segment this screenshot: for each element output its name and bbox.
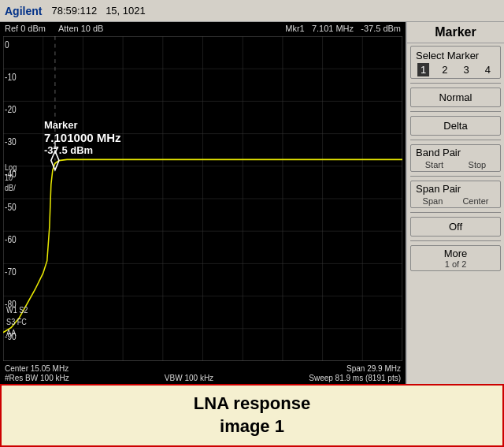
svg-text:-70: -70 [5, 266, 17, 277]
bottom-row2: #Res BW 100 kHz VBW 100 kHz Sweep 81.9 m… [5, 374, 401, 382]
center-label: Center 15.05 MHz [5, 364, 69, 373]
content-area: Ref 0 dBm Atten 10 dB Mkr1 7.101 MHz -37… [0, 22, 504, 384]
display-bottom: Center 15.05 MHz Span 29.9 MHz #Res BW 1… [0, 363, 406, 384]
svg-text:-30: -30 [5, 136, 17, 147]
svg-text:Log: Log [5, 162, 17, 172]
band-pair-label: Band Pair [413, 147, 498, 158]
caption-text: LNA response image 1 [194, 393, 310, 438]
normal-label: Normal [439, 91, 472, 103]
delta-label: Delta [443, 120, 467, 132]
span-label: Span 29.9 MHz [346, 364, 401, 373]
marker-num-4[interactable]: 4 [482, 63, 494, 76]
band-pair-sub: Start Stop [413, 160, 498, 169]
svg-text:0: 0 [5, 39, 9, 50]
res-bw-label: #Res BW 100 kHz [5, 374, 69, 382]
span-pair-button[interactable]: Span Pair Span Center [410, 181, 501, 208]
marker-level-reading: -37.5 dBm [361, 24, 401, 33]
divider-3 [410, 140, 501, 140]
band-pair-button[interactable]: Band Pair Start Stop [410, 144, 501, 172]
sidebar: Marker Select Marker 1 2 3 4 Normal Delt… [406, 22, 504, 384]
display-area: Ref 0 dBm Atten 10 dB Mkr1 7.101 MHz -37… [0, 22, 406, 384]
divider-5 [410, 212, 501, 213]
svg-text:AA: AA [6, 329, 16, 338]
marker-annotation-level: -37.5 dBm [44, 144, 93, 156]
sweep-label: Sweep 81.9 ms (8191 pts) [309, 374, 401, 382]
delta-button[interactable]: Delta [410, 116, 501, 136]
atten-label: Atten 10 dB [58, 24, 104, 33]
bottom-row1: Center 15.05 MHz Span 29.9 MHz [5, 364, 401, 373]
marker-annotation-freq: 7.101000 MHz [44, 131, 121, 144]
off-button[interactable]: Off [410, 217, 501, 237]
more-sub: 1 of 2 [413, 259, 498, 269]
span-pair-center: Center [462, 196, 488, 206]
ref-label: Ref 0 dBm [5, 24, 46, 33]
marker-num-1[interactable]: 1 [417, 63, 429, 76]
instrument-bar: Agilent 78:59:112 15, 1021 [0, 0, 504, 22]
marker-num-2[interactable]: 2 [439, 63, 450, 76]
divider-1 [410, 83, 501, 84]
caption-area: LNA response image 1 [0, 384, 504, 447]
marker-reading: Mkr1 7.101 MHz -37.5 dBm [285, 24, 401, 33]
svg-text:-10: -10 [5, 72, 17, 82]
marker-annotation-label: Marker [44, 119, 78, 131]
svg-text:W1  S2: W1 S2 [6, 306, 28, 315]
span-pair-span: Span [423, 196, 443, 206]
divider-2 [410, 111, 501, 112]
divider-4 [410, 176, 501, 177]
spectrum-grid: 0 -10 -20 -30 -40 -50 -60 -70 -80 -90 Lo… [3, 36, 402, 361]
more-label: More [413, 248, 498, 259]
select-marker-label: Select Marker [413, 50, 498, 61]
normal-button[interactable]: Normal [410, 88, 501, 107]
marker-annotation: Marker 7.101000 MHz -37.5 dBm [44, 119, 121, 156]
more-button[interactable]: More 1 of 2 [410, 245, 501, 271]
marker-id: Mkr1 [285, 24, 304, 33]
instrument-time: 78:59:112 15, 1021 [51, 5, 145, 17]
marker-num-3[interactable]: 3 [461, 63, 472, 76]
select-marker-numbers: 1 2 3 4 [413, 63, 498, 76]
vbw-label: VBW 100 kHz [165, 374, 213, 382]
display-top-left: Ref 0 dBm Atten 10 dB [5, 24, 103, 33]
svg-text:S3  FC: S3 FC [6, 317, 27, 326]
display-top-bar: Ref 0 dBm Atten 10 dB Mkr1 7.101 MHz -37… [0, 22, 406, 35]
marker-freq-reading: 7.101 MHz [312, 24, 354, 33]
sidebar-title: Marker [407, 22, 504, 43]
caption-line2: image 1 [220, 416, 284, 436]
main-container: Agilent 78:59:112 15, 1021 Ref 0 dBm Att… [0, 0, 504, 447]
divider-6 [410, 240, 501, 241]
svg-text:dB/: dB/ [5, 184, 16, 193]
caption-line1: LNA response [194, 393, 310, 413]
svg-text:10: 10 [5, 173, 13, 182]
chart-container: 0 -10 -20 -30 -40 -50 -60 -70 -80 -90 Lo… [3, 36, 402, 361]
agilent-logo: Agilent [5, 5, 42, 17]
select-marker-button[interactable]: Select Marker 1 2 3 4 [410, 46, 501, 79]
svg-text:-20: -20 [5, 104, 17, 114]
svg-text:-60: -60 [5, 234, 17, 244]
span-pair-label: Span Pair [413, 183, 498, 195]
off-label: Off [449, 221, 462, 233]
band-pair-start: Start [425, 160, 443, 169]
band-pair-stop: Stop [469, 160, 487, 169]
span-pair-sub: Span Center [413, 196, 498, 206]
svg-text:-50: -50 [5, 202, 17, 212]
